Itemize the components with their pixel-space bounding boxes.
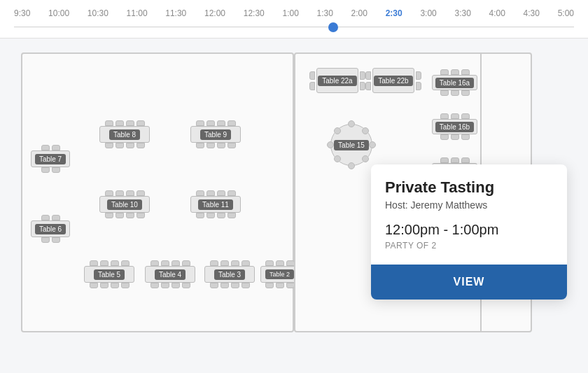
timeline: 9:30 10:00 10:30 11:00 11:30 12:00 12:30… [0,0,588,38]
popup-time: 12:00pm - 1:00pm [385,222,553,238]
time-label-930: 9:30 [14,8,30,18]
table-6[interactable]: Table 6 [31,215,70,243]
time-label-500: 5:00 [558,8,574,18]
table-10[interactable]: Table 10 [99,190,150,218]
time-label-1130: 11:30 [165,8,186,18]
time-label-1200: 12:00 [204,8,225,18]
popup-title: Private Tasting [385,178,553,197]
time-label-230: 2:30 [386,8,402,18]
table-16b[interactable]: Table 16b [432,113,477,140]
time-label-100: 1:00 [282,8,298,18]
table-11[interactable]: Table 11 [190,190,241,218]
time-label-130: 1:30 [317,8,333,18]
popup-host: Host: Jeremy Matthews [385,199,553,211]
table-3[interactable]: Table 3 [204,260,255,288]
main-area: Table 7 Table 8 Table 9 Table 6 [0,38,588,371]
time-label-330: 3:30 [454,8,470,18]
table-9[interactable]: Table 9 [190,120,241,148]
timeline-line [14,27,574,27]
table-7[interactable]: Table 7 [31,145,70,173]
popup-card: Private Tasting Host: Jeremy Matthews 12… [371,164,567,300]
time-label-1230: 12:30 [244,8,265,18]
time-label-1030: 10:30 [88,8,108,18]
time-label-400: 4:00 [489,8,505,18]
timeline-dot-active[interactable] [328,22,338,32]
table-22b[interactable]: Table 22b [365,68,421,93]
table-5[interactable]: Table 5 [84,260,134,288]
time-label-1100: 11:00 [127,8,148,18]
table-8[interactable]: Table 8 [99,120,150,148]
table-2[interactable]: Table 2 [260,260,299,288]
table-16a[interactable]: Table 16a [432,69,477,96]
timeline-labels: 9:30 10:00 10:30 11:00 11:30 12:00 12:30… [14,8,574,18]
table-15[interactable]: Table 15 [330,124,372,166]
time-label-1000: 10:00 [48,8,69,18]
time-label-200: 2:00 [351,8,368,18]
view-button[interactable]: VIEW [371,265,567,300]
floor-plan: Table 7 Table 8 Table 9 Table 6 [0,38,588,371]
popup-party: PARTY OF 2 [385,241,553,251]
table-22a[interactable]: Table 22a [309,68,365,93]
table-4[interactable]: Table 4 [145,260,195,288]
time-label-430: 4:30 [524,8,540,18]
time-label-300: 3:00 [420,8,436,18]
room-left: Table 7 Table 8 Table 9 Table 6 [21,52,294,332]
timeline-track[interactable] [14,22,574,32]
